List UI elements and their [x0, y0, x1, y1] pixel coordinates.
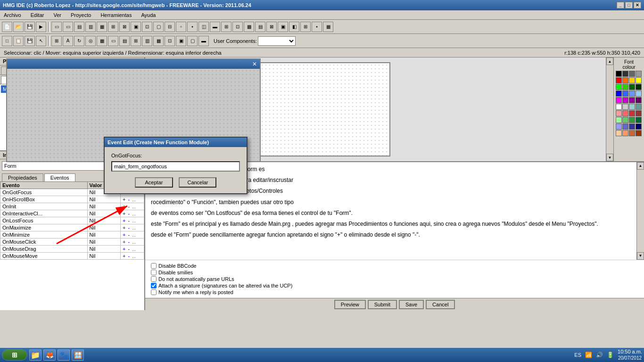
inspector-minus-8[interactable]: - — [128, 246, 130, 252]
tb2-btn8[interactable]: ◎ — [85, 36, 96, 46]
color-cell-37[interactable] — [622, 130, 628, 136]
tb-btn24[interactable]: ▦ — [323, 22, 333, 32]
color-cell-23[interactable] — [636, 104, 642, 110]
tb2-btn17[interactable]: ▢ — [187, 36, 198, 46]
inspector-minus-7[interactable]: - — [128, 239, 130, 245]
tb-btn22[interactable]: ⊞ — [300, 22, 311, 32]
inspector-plus-4[interactable]: + — [123, 218, 125, 223]
tb-btn23[interactable]: ▪ — [312, 22, 322, 32]
tb2-btn2[interactable]: 📋 — [13, 36, 24, 46]
tb-new[interactable]: 📄 — [2, 22, 12, 32]
dialog-accept-button[interactable]: Aceptar — [135, 177, 173, 188]
user-components-select[interactable] — [258, 36, 296, 46]
color-cell-13[interactable] — [622, 90, 628, 97]
color-cell-21[interactable] — [622, 104, 628, 110]
inspector-plus-2[interactable]: + — [123, 204, 125, 209]
tb-btn16[interactable]: ⊡ — [232, 22, 243, 32]
tb-btn14[interactable]: ▬ — [210, 22, 220, 32]
color-cell-32[interactable] — [616, 123, 622, 130]
color-cell-14[interactable] — [629, 90, 635, 97]
color-cell-26[interactable] — [629, 110, 635, 116]
checkbox-4[interactable] — [151, 289, 157, 295]
color-cell-3[interactable] — [636, 71, 642, 77]
color-cell-29[interactable] — [622, 117, 628, 123]
tb-btn18[interactable]: ▤ — [255, 22, 265, 32]
inspector-minus-9[interactable]: - — [128, 253, 130, 259]
menu-archivo[interactable]: Archivo — [2, 11, 23, 19]
tb-btn3[interactable]: ▥ — [85, 22, 96, 32]
tb-btn10[interactable]: ⊟ — [165, 22, 175, 32]
color-cell-31[interactable] — [636, 117, 642, 123]
btn-preview[interactable]: Preview — [334, 300, 366, 309]
tb-btn17[interactable]: ▩ — [244, 22, 254, 32]
tb-btn21[interactable]: ◧ — [289, 22, 299, 32]
tb-btn4[interactable]: ▦ — [97, 22, 107, 32]
color-cell-38[interactable] — [629, 130, 635, 136]
color-cell-33[interactable] — [622, 123, 628, 130]
taskbar-app4[interactable]: 🪟 — [72, 349, 84, 361]
color-cell-20[interactable] — [616, 104, 622, 110]
tb-btn9[interactable]: ▢ — [153, 22, 164, 32]
menu-proyecto[interactable]: Proyecto — [69, 11, 93, 19]
maximize-button[interactable]: □ — [625, 2, 633, 8]
menu-herramientas[interactable]: Herramientas — [99, 11, 133, 19]
checkbox-1[interactable] — [151, 270, 157, 275]
inspector-minus-4[interactable]: - — [128, 218, 130, 223]
color-cell-5[interactable] — [622, 77, 628, 83]
tb-btn20[interactable]: ▣ — [278, 22, 288, 32]
insp-tab-eventos[interactable]: Eventos — [44, 173, 75, 181]
dialog-cancel-button[interactable]: Cancelar — [179, 177, 216, 188]
tb-btn7[interactable]: ▣ — [131, 22, 141, 32]
inspector-plus-8[interactable]: + — [123, 246, 125, 252]
tb-run[interactable]: ▶ — [36, 22, 46, 32]
blog-scroll-up[interactable]: ▲ — [637, 162, 644, 170]
menu-editar[interactable]: Editar — [29, 11, 46, 19]
tb2-btn1[interactable]: □ — [2, 36, 12, 46]
color-cell-0[interactable] — [616, 71, 622, 77]
color-cell-11[interactable] — [636, 84, 642, 90]
color-cell-22[interactable] — [629, 104, 635, 110]
tb2-btn14[interactable]: ▦ — [153, 36, 164, 46]
close-button[interactable]: ✕ — [634, 2, 641, 8]
color-cell-35[interactable] — [636, 123, 642, 130]
inspector-minus-6[interactable]: - — [128, 232, 130, 238]
tb2-btn18[interactable]: ▬ — [198, 36, 209, 46]
tb2-btn3[interactable]: 💾 — [25, 36, 35, 46]
tb2-btn13[interactable]: ▥ — [142, 36, 152, 46]
inspector-plus-7[interactable]: + — [123, 239, 125, 245]
tb2-btn15[interactable]: ⊡ — [165, 36, 175, 46]
color-cell-2[interactable] — [629, 71, 635, 77]
color-cell-18[interactable] — [629, 97, 635, 103]
tb2-btn11[interactable]: ▤ — [119, 36, 130, 46]
scroll-down-arrow[interactable]: ▼ — [606, 154, 613, 161]
color-cell-9[interactable] — [622, 84, 628, 90]
color-cell-4[interactable] — [616, 77, 622, 83]
tb-btn2[interactable]: ▤ — [74, 22, 84, 32]
tb2-cursor[interactable]: ↖ — [36, 36, 46, 46]
tb-btn8[interactable]: ⊡ — [142, 22, 152, 32]
window-controls[interactable]: _ □ ✕ — [617, 2, 641, 8]
taskbar-firefox[interactable]: 🦊 — [43, 349, 56, 361]
btn-submit[interactable]: Submit — [368, 300, 397, 309]
tb2-btn7[interactable]: ↻ — [74, 36, 84, 46]
inspector-plus-1[interactable]: + — [123, 197, 125, 202]
color-cell-24[interactable] — [616, 110, 622, 116]
color-cell-30[interactable] — [629, 117, 635, 123]
taskbar-explorer[interactable]: 📁 — [29, 349, 41, 361]
insp-tab-propiedades[interactable]: Propiedades — [2, 173, 43, 181]
color-cell-7[interactable] — [636, 77, 642, 83]
tb2-btn9[interactable]: ▦ — [97, 36, 107, 46]
start-button[interactable]: ⊞ — [2, 349, 27, 361]
tb2-text[interactable]: A — [63, 36, 73, 46]
inspector-plus-9[interactable]: + — [123, 253, 125, 259]
tb-btn12[interactable]: ▪ — [187, 22, 198, 32]
color-cell-10[interactable] — [629, 84, 635, 90]
tb2-btn5[interactable]: ⊞ — [51, 36, 62, 46]
inspector-plus-3[interactable]: + — [123, 211, 125, 216]
tb2-btn10[interactable]: ▭ — [108, 36, 118, 46]
outer-dialog-close-button[interactable]: ✕ — [252, 61, 257, 67]
color-cell-19[interactable] — [636, 97, 642, 103]
inner-dialog-input[interactable] — [111, 161, 240, 172]
tb-btn5[interactable]: ⊞ — [108, 22, 118, 32]
color-cell-8[interactable] — [616, 84, 622, 90]
